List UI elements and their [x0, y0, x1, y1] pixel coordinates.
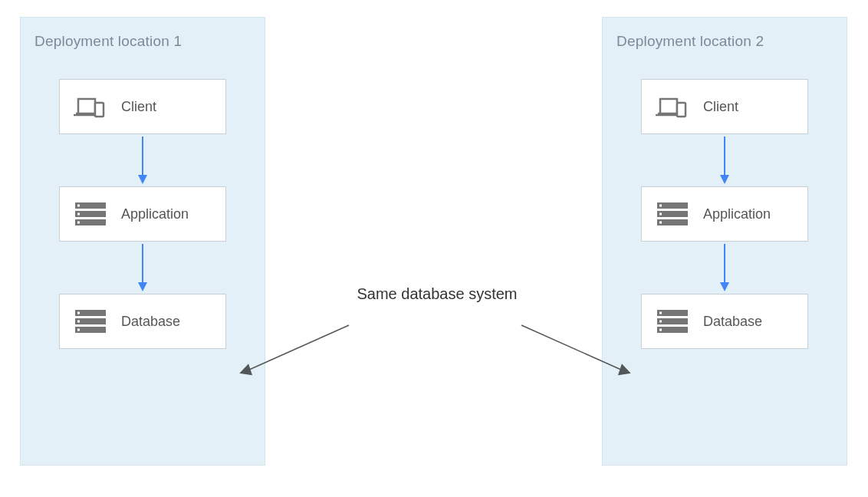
database-node: Database	[59, 294, 226, 349]
deployment-zone-1: Deployment location 1 Client	[20, 17, 265, 466]
database-node: Database	[641, 294, 808, 349]
arrow-down-icon	[142, 246, 143, 289]
application-node: Application	[59, 186, 226, 242]
svg-rect-8	[77, 222, 80, 224]
svg-rect-24	[659, 213, 662, 216]
client-icon	[656, 94, 689, 120]
svg-line-36	[521, 325, 621, 370]
svg-rect-7	[77, 213, 80, 216]
svg-rect-14	[77, 312, 80, 314]
arrow-right-icon	[514, 322, 636, 383]
center-annotation: Same database system	[353, 284, 521, 304]
node-label: Client	[121, 99, 156, 115]
zone-title: Deployment location 1	[35, 33, 251, 50]
svg-rect-16	[77, 329, 80, 331]
svg-rect-15	[77, 321, 80, 323]
svg-marker-27	[720, 282, 729, 291]
node-label: Application	[121, 206, 189, 222]
svg-rect-23	[659, 205, 662, 207]
svg-rect-17	[677, 103, 686, 117]
svg-line-34	[249, 325, 349, 370]
client-node: Client	[59, 79, 226, 134]
arrow-down-icon	[142, 139, 143, 182]
deployment-zone-2: Deployment location 2 Client	[602, 17, 847, 466]
arrow-down-icon	[724, 246, 725, 289]
server-icon	[74, 308, 107, 334]
client-icon	[74, 94, 107, 120]
svg-rect-25	[659, 222, 662, 224]
node-label: Database	[121, 314, 180, 330]
svg-rect-31	[659, 312, 662, 314]
node-stack: Client Application	[35, 79, 251, 349]
svg-marker-19	[720, 175, 729, 184]
node-label: Client	[703, 99, 738, 115]
svg-rect-0	[95, 103, 104, 117]
node-stack: Client Application	[616, 79, 833, 349]
arrow-down-icon	[724, 139, 725, 182]
svg-rect-32	[659, 321, 662, 323]
zone-title: Deployment location 2	[616, 33, 833, 50]
svg-rect-6	[77, 205, 80, 207]
application-node: Application	[641, 186, 808, 242]
svg-rect-33	[659, 329, 662, 331]
server-icon	[74, 201, 107, 227]
arrow-left-icon	[234, 322, 357, 383]
svg-marker-2	[138, 175, 147, 184]
node-label: Application	[703, 206, 771, 222]
svg-marker-10	[138, 282, 147, 291]
server-icon	[656, 201, 689, 227]
server-icon	[656, 308, 689, 334]
client-node: Client	[641, 79, 808, 134]
node-label: Database	[703, 314, 762, 330]
